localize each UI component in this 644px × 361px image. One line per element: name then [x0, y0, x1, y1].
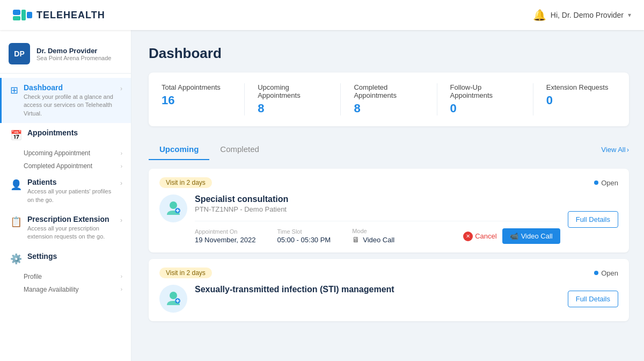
specialist-icon — [164, 199, 183, 218]
svg-rect-1 — [13, 16, 20, 20]
main-content: Dashboard Total Appointments 16 Upcoming… — [131, 30, 644, 361]
svg-point-4 — [170, 201, 177, 209]
stat-extension-value: 0 — [546, 93, 616, 107]
cancel-label-1: Cancel — [475, 232, 496, 240]
detail-time-slot-1: Time Slot 05:00 - 05:30 PM — [277, 228, 331, 244]
app-name: TELEHEALTH — [36, 10, 105, 21]
svg-rect-3 — [27, 12, 32, 18]
nav-item-content-appointments: Appointments — [27, 128, 122, 137]
status-label-2: Open — [601, 269, 618, 277]
profile-location: Sea Point Arena Promenade — [36, 55, 111, 61]
tab-upcoming[interactable]: Upcoming — [149, 139, 209, 160]
appt-type-icon-1 — [159, 194, 187, 222]
stat-followup-appointments: Follow-Up Appointments 0 — [450, 83, 533, 115]
stat-completed-label: Completed Appointments — [354, 83, 423, 99]
sidebar-item-appointments[interactable]: 📅 Appointments — [0, 123, 131, 147]
appt-body-1: Specialist consultation PTN-TZ1NNP - Dem… — [159, 194, 618, 244]
tabs-row: Upcoming Completed View All › — [149, 139, 629, 160]
chevron-right-icon-completed: › — [121, 163, 122, 169]
appt-info-1: Specialist consultation PTN-TZ1NNP - Dem… — [195, 194, 560, 244]
settings-icon: ⚙️ — [10, 253, 22, 265]
time-slot-label-1: Time Slot — [277, 228, 331, 235]
logo-icon — [13, 8, 32, 23]
bell-icon[interactable]: 🔔 — [533, 9, 546, 21]
stat-total-value: 16 — [162, 93, 231, 107]
appointment-card-1: Visit in 2 days Open Sp — [149, 169, 629, 252]
nav-item-desc-dashboard: Check your profile at a glance and acces… — [24, 93, 115, 118]
appt-type-icon-2 — [159, 285, 187, 313]
nav-item-content-prescription: Prescription Extension Access all your p… — [27, 215, 115, 241]
sti-icon — [164, 289, 183, 308]
appt-title-2: Sexually-transmitted infection (STI) man… — [195, 285, 560, 294]
cancel-button-1[interactable]: ✕ Cancel — [463, 232, 496, 241]
video-icon-1: 🖥 — [352, 235, 360, 244]
stat-upcoming-label: Upcoming Appointments — [258, 83, 327, 99]
layout: DP Dr. Demo Provider Sea Point Arena Pro… — [0, 30, 644, 361]
tabs: Upcoming Completed — [149, 139, 270, 160]
nav-item-content-settings: Settings — [27, 252, 122, 261]
video-call-button-1[interactable]: 📹 Video Call — [502, 228, 560, 244]
sidebar-subitem-profile[interactable]: Profile › — [0, 270, 131, 283]
appt-actions-1: ✕ Cancel 📹 Video Call — [463, 228, 560, 244]
status-badge-1: Open — [594, 179, 618, 187]
mode-value-1: 🖥 Video Call — [352, 235, 394, 244]
visit-badge-2: Visit in 2 days — [159, 268, 212, 278]
full-details-button-1[interactable]: Full Details — [568, 211, 618, 228]
video-btn-label-1: Video Call — [521, 232, 553, 240]
patients-icon: 👤 — [10, 179, 22, 191]
detail-mode-1: Mode 🖥 Video Call — [352, 228, 394, 244]
logo: TELEHEALTH — [13, 8, 105, 23]
appointments-icon: 📅 — [10, 129, 22, 141]
detail-appointment-on-1: Appointment On 19 November, 2022 — [195, 228, 255, 244]
appt-info-2: Sexually-transmitted infection (STI) man… — [195, 285, 560, 294]
nav-item-title-dashboard: Dashboard — [24, 83, 115, 92]
svg-rect-2 — [21, 10, 26, 20]
cancel-icon-1: ✕ — [463, 232, 473, 241]
sidebar-subitem-completed-appointment[interactable]: Completed Appointment › — [0, 160, 131, 172]
appt-header-1: Visit in 2 days Open — [159, 177, 618, 188]
chevron-right-icon-manage: › — [121, 286, 122, 292]
appt-on-value-1: 19 November, 2022 — [195, 236, 255, 244]
full-details-button-2[interactable]: Full Details — [568, 291, 618, 307]
manage-availability-label: Manage Availability — [24, 286, 79, 293]
user-greeting: Hi, Dr. Demo Provider — [551, 11, 624, 19]
profile-name: Dr. Demo Provider — [36, 47, 111, 55]
sidebar-subitem-manage-availability[interactable]: Manage Availability › — [0, 283, 131, 296]
appt-details-1: Appointment On 19 November, 2022 Time Sl… — [195, 221, 560, 244]
avatar: DP — [9, 43, 30, 64]
sidebar-item-settings[interactable]: ⚙️ Settings — [0, 247, 131, 270]
nav-item-title-settings: Settings — [27, 252, 122, 261]
user-menu[interactable]: 🔔 Hi, Dr. Demo Provider ▾ — [533, 9, 631, 21]
stat-extension-label: Extension Requests — [546, 83, 616, 91]
chevron-right-icon-patients: › — [120, 179, 122, 187]
stat-upcoming-value: 8 — [258, 102, 327, 115]
sidebar-subitem-upcoming-appointment[interactable]: Upcoming Appointment › — [0, 147, 131, 160]
svg-rect-0 — [13, 10, 20, 15]
nav-item-title-prescription: Prescription Extension — [27, 215, 115, 223]
sidebar-profile: DP Dr. Demo Provider Sea Point Arena Pro… — [0, 37, 131, 74]
appt-patient-1: PTN-TZ1NNP - Demo Patient — [195, 205, 560, 213]
nav-item-title-appointments: Appointments — [27, 128, 122, 137]
nav-item-desc-prescription: Access all your prescription extension r… — [27, 225, 115, 241]
mode-text-1: Video Call — [363, 236, 394, 244]
completed-appt-label: Completed Appointment — [24, 162, 92, 170]
chevron-down-icon[interactable]: ▾ — [628, 11, 631, 19]
nav-item-content-dashboard: Dashboard Check your profile at a glance… — [24, 83, 115, 118]
tab-completed[interactable]: Completed — [209, 139, 270, 160]
appt-on-label-1: Appointment On — [195, 228, 255, 235]
status-label-1: Open — [601, 179, 618, 187]
sidebar-item-prescription-extension[interactable]: 📋 Prescription Extension Access all your… — [0, 210, 131, 247]
video-btn-icon-1: 📹 — [510, 232, 518, 240]
sidebar-item-patients[interactable]: 👤 Patients Access all your patients' pro… — [0, 172, 131, 210]
nav-item-content-patients: Patients Access all your patients' profi… — [27, 178, 115, 204]
stat-extension-requests: Extension Requests 0 — [546, 83, 616, 115]
stat-completed-value: 8 — [354, 102, 423, 115]
sidebar-item-dashboard[interactable]: ⊞ Dashboard Check your profile at a glan… — [0, 78, 131, 123]
page-title: Dashboard — [149, 45, 629, 62]
chevron-right-icon-dashboard: › — [120, 85, 122, 92]
stat-completed-appointments: Completed Appointments 8 — [354, 83, 437, 115]
status-badge-2: Open — [594, 269, 618, 277]
stats-card: Total Appointments 16 Upcoming Appointme… — [149, 73, 629, 126]
view-all-button[interactable]: View All › — [601, 146, 629, 154]
prescription-icon: 📋 — [10, 216, 22, 228]
